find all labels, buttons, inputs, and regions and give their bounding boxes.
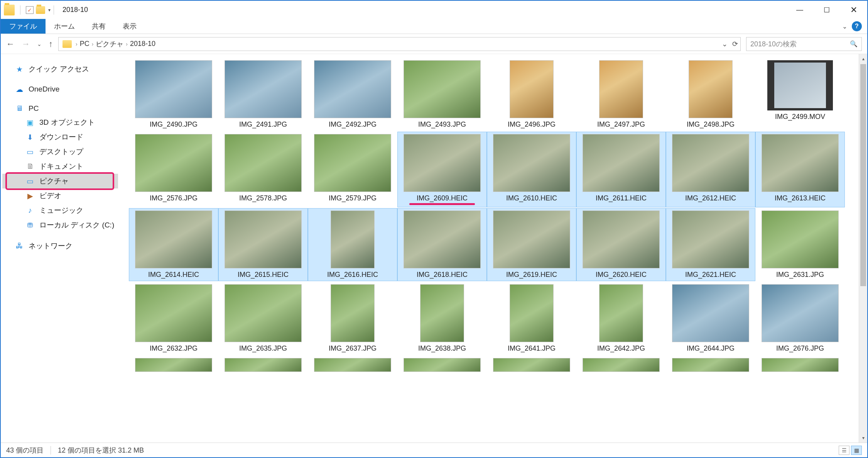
- image-thumbnail: [135, 284, 212, 342]
- chevron-right-icon[interactable]: ›: [92, 41, 94, 47]
- sidebar-item-quick-access[interactable]: ★ クイック アクセス: [2, 62, 118, 76]
- address-bar[interactable]: › PC › ピクチャ › 2018-10 ⌄ ⟳: [58, 37, 741, 51]
- image-thumbnail: [762, 210, 839, 268]
- image-thumbnail: [583, 358, 660, 372]
- image-thumbnail: [225, 134, 302, 192]
- nav-buttons: ← → ⌄ ↑: [6, 39, 53, 49]
- file-item[interactable]: IMG_2493.JPG: [397, 58, 487, 131]
- sidebar-item-videos[interactable]: ▶ ビデオ: [2, 188, 118, 203]
- file-item[interactable]: IMG_2610.HEIC: [487, 132, 576, 207]
- sidebar-item-downloads[interactable]: ⬇ ダウンロード: [2, 130, 118, 144]
- forward-button[interactable]: →: [22, 39, 30, 49]
- sidebar-item-local-disk-c[interactable]: ⛃ ローカル ディスク (C:): [2, 218, 118, 232]
- file-item[interactable]: IMG_2642.JPG: [576, 282, 666, 355]
- sidebar-item-music[interactable]: ♪ ミュージック: [2, 203, 118, 218]
- breadcrumb-pc[interactable]: PC: [80, 40, 90, 48]
- help-icon[interactable]: ?: [852, 21, 862, 31]
- sidebar-item-label: 3D オブジェクト: [39, 117, 95, 127]
- image-thumbnail: [225, 210, 302, 268]
- file-item[interactable]: IMG_2619.HEIC: [487, 208, 576, 281]
- sidebar-item-pc[interactable]: 🖥 PC: [2, 102, 118, 115]
- file-item[interactable]: IMG_2637.JPG: [308, 282, 397, 355]
- file-item[interactable]: IMG_2644.JPG: [666, 282, 755, 355]
- file-item[interactable]: IMG_2578.JPG: [218, 132, 308, 207]
- sidebar-item-desktop[interactable]: ▭ デスクトップ: [2, 144, 118, 159]
- scroll-up-icon[interactable]: ▴: [859, 54, 867, 63]
- recent-dropdown-icon[interactable]: ⌄: [37, 41, 42, 47]
- up-button[interactable]: ↑: [49, 39, 53, 49]
- sidebar-item-3d-objects[interactable]: ▣ 3D オブジェクト: [2, 115, 118, 130]
- status-selection: 12 個の項目を選択 31.2 MB: [58, 446, 144, 455]
- file-tab[interactable]: ファイル: [1, 19, 46, 34]
- file-item[interactable]: IMG_2496.JPG: [487, 58, 576, 131]
- chevron-right-icon[interactable]: ›: [76, 41, 78, 47]
- file-item[interactable]: [576, 356, 666, 374]
- file-item[interactable]: IMG_2676.JPG: [755, 282, 845, 355]
- file-item[interactable]: IMG_2490.JPG: [129, 58, 218, 131]
- file-item[interactable]: IMG_2612.HEIC: [666, 132, 755, 207]
- file-item[interactable]: IMG_2620.HEIC: [576, 208, 666, 281]
- qat-dropdown-icon[interactable]: ▾: [48, 7, 51, 13]
- file-item[interactable]: IMG_2621.HEIC: [666, 208, 755, 281]
- ribbon-expand-icon[interactable]: ⌄: [842, 23, 847, 30]
- file-item[interactable]: IMG_2611.HEIC: [576, 132, 666, 207]
- file-item[interactable]: IMG_2576.JPG: [129, 132, 218, 207]
- close-button[interactable]: ✕: [840, 1, 867, 19]
- file-grid[interactable]: IMG_2490.JPGIMG_2491.JPGIMG_2492.JPGIMG_…: [120, 54, 859, 375]
- folder-icon[interactable]: [4, 5, 15, 15]
- sidebar-item-onedrive[interactable]: ☁ OneDrive: [2, 83, 118, 96]
- vertical-scrollbar[interactable]: ▴ ▾: [859, 54, 867, 443]
- image-thumbnail: [762, 284, 839, 342]
- file-item[interactable]: IMG_2641.JPG: [487, 282, 576, 355]
- chevron-right-icon[interactable]: ›: [126, 41, 128, 47]
- tab-view[interactable]: 表示: [114, 19, 145, 34]
- file-item[interactable]: IMG_2497.JPG: [576, 58, 666, 131]
- file-item[interactable]: IMG_2498.JPG: [666, 58, 755, 131]
- maximize-button[interactable]: ☐: [813, 1, 840, 19]
- file-item[interactable]: IMG_2618.HEIC: [397, 208, 487, 281]
- sidebar-item-label: ダウンロード: [39, 132, 83, 142]
- sidebar-item-pictures[interactable]: ▭ ピクチャ: [2, 174, 118, 188]
- thumbnail-view-button[interactable]: ▦: [851, 446, 862, 455]
- scroll-down-icon[interactable]: ▾: [859, 433, 867, 443]
- file-item[interactable]: IMG_2631.JPG: [755, 208, 845, 281]
- file-item[interactable]: IMG_2609.HEIC: [397, 132, 487, 207]
- file-name: IMG_2676.JPG: [776, 344, 824, 353]
- file-item[interactable]: [666, 356, 755, 374]
- file-item[interactable]: [397, 356, 487, 374]
- file-name: IMG_2618.HEIC: [417, 271, 468, 279]
- file-item[interactable]: IMG_2614.HEIC: [129, 208, 218, 281]
- breadcrumb-current[interactable]: 2018-10: [130, 40, 155, 48]
- file-item[interactable]: IMG_2492.JPG: [308, 58, 397, 131]
- breadcrumb-pictures[interactable]: ピクチャ: [96, 39, 123, 49]
- file-item[interactable]: IMG_2579.JPG: [308, 132, 397, 207]
- back-button[interactable]: ←: [6, 39, 15, 49]
- file-item[interactable]: IMG_2613.HEIC: [755, 132, 845, 207]
- sidebar-item-network[interactable]: 🖧 ネットワーク: [2, 239, 118, 253]
- tab-share[interactable]: 共有: [83, 19, 114, 34]
- minimize-button[interactable]: —: [786, 1, 813, 19]
- properties-icon[interactable]: ✓: [26, 6, 34, 14]
- refresh-icon[interactable]: ⟳: [732, 40, 738, 48]
- file-item[interactable]: IMG_2638.JPG: [397, 282, 487, 355]
- scroll-track[interactable]: [859, 63, 867, 433]
- tab-home[interactable]: ホーム: [46, 19, 83, 34]
- file-item[interactable]: IMG_2635.JPG: [218, 282, 308, 355]
- file-item[interactable]: IMG_2616.HEIC: [308, 208, 397, 281]
- file-item[interactable]: [218, 356, 308, 374]
- file-item[interactable]: IMG_2632.JPG: [129, 282, 218, 355]
- file-item[interactable]: IMG_2615.HEIC: [218, 208, 308, 281]
- file-name: IMG_2620.HEIC: [596, 271, 647, 279]
- file-item[interactable]: IMG_2491.JPG: [218, 58, 308, 131]
- file-item[interactable]: [308, 356, 397, 374]
- details-view-button[interactable]: ☰: [839, 446, 849, 455]
- file-item[interactable]: [755, 356, 845, 374]
- file-item[interactable]: [487, 356, 576, 374]
- file-item[interactable]: [129, 356, 218, 374]
- file-item[interactable]: IMG_2499.MOV: [755, 58, 845, 131]
- search-input[interactable]: 2018-10の検索 🔍: [746, 37, 862, 51]
- scroll-thumb[interactable]: [860, 64, 866, 286]
- address-dropdown-icon[interactable]: ⌄: [722, 40, 728, 48]
- new-folder-icon[interactable]: [36, 6, 45, 14]
- sidebar-item-documents[interactable]: 🗎 ドキュメント: [2, 159, 118, 174]
